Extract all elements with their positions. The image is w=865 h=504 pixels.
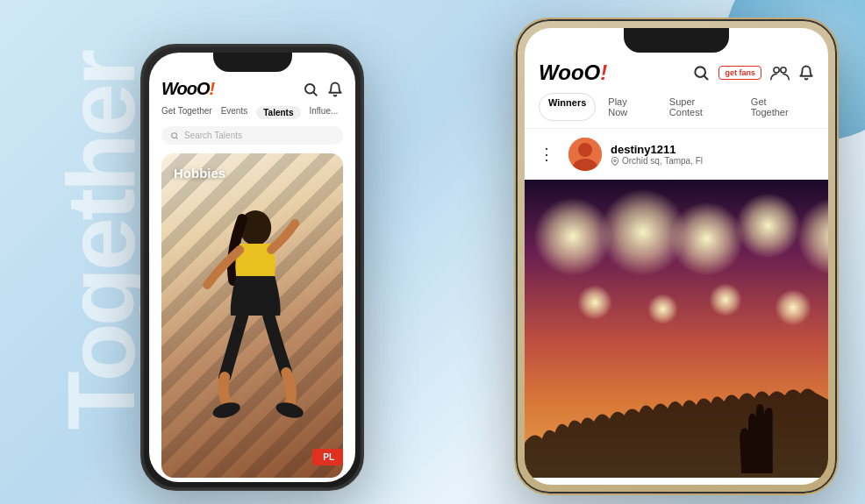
right-logo: WooO!	[539, 59, 607, 86]
play-badge[interactable]: PL	[312, 449, 343, 465]
hobbies-label: Hobbies	[174, 166, 225, 181]
svg-point-10	[781, 67, 786, 72]
location-text: Orchid sq, Tampa, Fl	[622, 156, 703, 166]
svg-line-1	[313, 92, 316, 95]
phones-container: WooO! Get Together Events Talents Influe…	[70, 18, 865, 504]
svg-line-8	[704, 75, 708, 79]
user-avatar	[568, 138, 602, 171]
phone-left: WooO! Get Together Events Talents Influe…	[140, 44, 364, 491]
stage-light-6	[577, 285, 612, 320]
nav-winners[interactable]: Winners	[539, 93, 596, 121]
nav-influencers[interactable]: Influe...	[310, 106, 339, 119]
right-logo-exclaim: !	[600, 60, 607, 84]
dancer-background: Hobbies	[161, 153, 343, 478]
username: destiny1211	[611, 143, 814, 156]
nav-super-contest[interactable]: Super Contest	[661, 93, 739, 121]
bell-icon[interactable]	[327, 82, 343, 97]
concert-area	[525, 180, 828, 478]
group-icon[interactable]	[770, 64, 790, 82]
hobbies-card: Hobbies	[161, 153, 343, 478]
search-bar-icon	[170, 131, 179, 140]
left-nav: Get Together Events Talents Influe...	[149, 106, 355, 126]
phone-right: WooO! get fans Winners	[514, 18, 839, 495]
nav-play-now[interactable]: Play Now	[599, 93, 657, 121]
svg-point-2	[172, 132, 177, 138]
right-nav: Winners Play Now Super Contest Get Toget…	[525, 93, 828, 129]
avatar-image	[568, 138, 602, 171]
nav-talents[interactable]: Talents	[256, 106, 300, 119]
right-notch	[624, 28, 729, 53]
get-fans-badge[interactable]: get fans	[718, 66, 761, 80]
three-dots-icon[interactable]: ⋮	[539, 145, 554, 164]
phone-left-screen: WooO! Get Together Events Talents Influe…	[149, 53, 355, 482]
right-logo-text: WooO	[539, 60, 600, 84]
stage-light-7	[647, 294, 678, 324]
right-header-icons: get fans	[692, 64, 814, 82]
left-notch	[213, 53, 292, 72]
stage-light-8	[709, 283, 742, 316]
user-location: Orchid sq, Tampa, Fl	[611, 156, 814, 166]
nav-events[interactable]: Events	[221, 106, 248, 119]
svg-line-3	[176, 137, 178, 138]
stage-light-3	[669, 202, 744, 276]
search-bar[interactable]: Search Talents	[161, 126, 343, 145]
phone-right-screen: WooO! get fans Winners	[525, 28, 828, 485]
search-icon[interactable]	[303, 82, 318, 97]
stage-light-4	[735, 193, 801, 259]
logo-text: WooO	[161, 79, 210, 98]
svg-point-14	[614, 159, 617, 161]
left-logo: WooO!	[161, 79, 214, 99]
dancer-figure	[185, 202, 325, 456]
bell-icon-right[interactable]	[798, 64, 814, 82]
stage-light-9	[775, 289, 811, 326]
together-text: Together	[53, 53, 149, 429]
svg-point-12	[578, 143, 592, 157]
nav-get-together[interactable]: Get Together	[161, 106, 212, 119]
logo-exclaim: !	[210, 79, 215, 98]
search-icon-right[interactable]	[692, 64, 710, 82]
left-header-icons	[303, 82, 343, 97]
search-placeholder: Search Talents	[184, 131, 242, 140]
crowd-silhouette	[525, 381, 828, 478]
nav-get-together[interactable]: Get Together	[742, 93, 814, 121]
user-bar: ⋮ destiny1211 Orchid sq, Ta	[525, 129, 828, 180]
svg-point-9	[774, 67, 779, 72]
user-info: destiny1211 Orchid sq, Tampa, Fl	[611, 143, 814, 166]
location-icon	[611, 157, 619, 166]
